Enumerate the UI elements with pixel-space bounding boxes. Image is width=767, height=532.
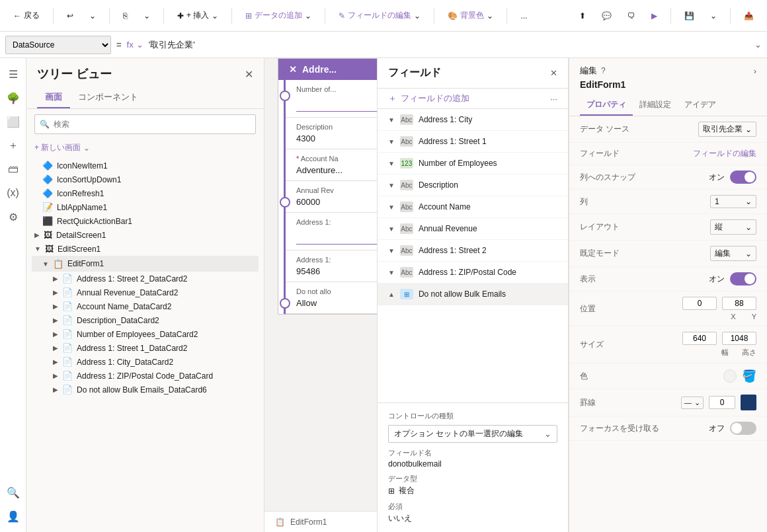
search-icon[interactable]: 🔍 [3, 482, 24, 503]
tree-item-addrCity-datacard[interactable]: ▶ 📄 Address 1: City_DataCard2 [32, 355, 259, 369]
edit-fields-button[interactable]: ✎ フィールドの編集 ⌄ [333, 7, 426, 24]
undo-button[interactable]: ↩ [61, 9, 79, 23]
chat-button[interactable]: 🗨 [622, 9, 641, 23]
tree-item-addrZip-datacard[interactable]: ▶ 📄 Address 1: ZIP/Postal Code_DataCard [32, 369, 259, 383]
layers-icon[interactable]: ⬜ [3, 111, 24, 132]
formula-expand-icon[interactable]: ⌄ [754, 40, 762, 50]
fields-edit-link[interactable]: フィールドの編集 [693, 148, 756, 159]
border-width-input[interactable] [709, 396, 735, 409]
settings-gear-icon[interactable]: ⚙ [3, 206, 24, 227]
layout-select[interactable]: 縦 ⌄ [710, 219, 756, 235]
position-y-input[interactable] [722, 297, 756, 310]
formula-input[interactable] [149, 40, 749, 50]
field-item-addr-street1[interactable]: ▼ Abc Address 1: Street 1 [378, 131, 568, 153]
tab-screens[interactable]: 画面 [37, 87, 70, 108]
tree-item-iconSortUpDown[interactable]: 🔷 IconSortUpDown1 [32, 172, 259, 186]
tree-item-accountName-datacard[interactable]: ▶ 📄 Account Name_DataCard2 [32, 299, 259, 313]
save-chevron[interactable]: ⌄ [705, 9, 722, 23]
copy-button[interactable]: ⎘ [118, 9, 133, 23]
plus-icon[interactable]: ＋ [3, 135, 24, 156]
tree-item-description-datacard[interactable]: ▶ 📄 Description_DataCard2 [32, 313, 259, 327]
tree-item-annualRev-datacard[interactable]: ▶ 📄 Annual Revenue_DataCard2 [32, 285, 259, 299]
sidebar-close-icon[interactable]: ✕ [245, 68, 253, 81]
new-screen-button[interactable]: + 新しい画面 ⌄ [34, 142, 90, 153]
field-input[interactable] [296, 96, 377, 112]
focus-toggle[interactable] [730, 422, 756, 435]
fx-button[interactable]: fx ⌄ [127, 40, 143, 50]
props-help-icon[interactable]: ? [601, 66, 606, 75]
color-label: 色 [580, 371, 718, 382]
insert-button[interactable]: ✚ + 挿入 ⌄ [172, 7, 223, 24]
field-item-annual-revenue[interactable]: ▼ Abc Annual Revenue [378, 218, 568, 240]
border-color-swatch[interactable] [741, 395, 756, 410]
control-type-select[interactable]: オプション セットの単一選択の編集 ⌄ [388, 425, 557, 443]
tree-item-lblAppName[interactable]: 📝 LblAppName1 [32, 200, 259, 214]
snap-toggle[interactable] [730, 171, 756, 184]
size-width-input[interactable] [682, 332, 717, 345]
property-selector[interactable]: DataSource [5, 36, 111, 54]
tree-item-detailScreen[interactable]: ▶ 🖼 DetailScreen1 [32, 228, 259, 242]
color-picker[interactable] [723, 369, 737, 383]
field-item-addr-city[interactable]: ▼ Abc Address 1: City [378, 109, 568, 131]
more-button[interactable]: ... [515, 9, 532, 23]
user-icon[interactable]: 👤 [3, 506, 24, 527]
bg-color-button[interactable]: 🎨 背景色 ⌄ [442, 7, 499, 24]
field-item-addr-street2[interactable]: ▼ Abc Address 1: Street 2 [378, 240, 568, 262]
field-input[interactable] [296, 229, 377, 245]
field-item-account-name[interactable]: ▼ Abc Account Name [378, 196, 568, 218]
add-data-button[interactable]: ⊞ データの追加 ⌄ [240, 7, 317, 24]
columns-select[interactable]: 1 ⌄ [710, 195, 756, 208]
height-label: 高さ [742, 348, 756, 358]
tree-item-iconNewItem[interactable]: 🔷 IconNewItem1 [32, 159, 259, 172]
tree-item-addr2-datacard[interactable]: ▶ 📄 Address 1: Street 2_DataCard2 [32, 272, 259, 285]
publish-button[interactable]: 📤 [739, 9, 759, 23]
copy-chevron[interactable]: ⌄ [138, 9, 155, 23]
data-icon[interactable]: 🗃 [3, 159, 24, 180]
field-item-do-not-bulk[interactable]: ▲ ⊞ Do not allow Bulk Emails ··· [378, 284, 568, 305]
field-item-label: Number of Employees [419, 159, 557, 168]
undo-chevron[interactable]: ⌄ [84, 9, 101, 23]
datasource-select[interactable]: 取引先企業 ⌄ [698, 122, 756, 137]
defaultmode-select[interactable]: 編集 ⌄ [710, 246, 756, 261]
save-button[interactable]: 💾 [679, 9, 700, 23]
back-button[interactable]: ← 戻る [8, 7, 45, 24]
tree-item-rectQuickAction[interactable]: ⬛ RectQuickActionBar1 [32, 214, 259, 228]
visible-toggle[interactable] [730, 272, 756, 285]
form-close-icon[interactable]: ✕ [289, 64, 297, 75]
variable-icon[interactable]: (x) [3, 182, 24, 204]
tab-components[interactable]: コンポーネント [70, 87, 146, 108]
props-header: 編集 ? › [569, 58, 767, 79]
dc-chevron-icon: ▶ [53, 303, 58, 310]
border-style-select[interactable]: — ⌄ [681, 397, 704, 409]
search-input[interactable] [34, 114, 256, 134]
tree-item-numEmployees-datacard[interactable]: ▶ 📄 Number of Employees_DataCard2 [32, 327, 259, 341]
tab-properties[interactable]: プロパティ [580, 95, 633, 116]
position-x-input[interactable] [682, 297, 717, 310]
comment-button[interactable]: 💬 [596, 9, 617, 23]
tree-item-editScreen[interactable]: ▼ 🖼 EditScreen1 [32, 242, 259, 256]
color-fill-icon[interactable]: 🪣 [742, 369, 756, 383]
tree-item-iconRefresh[interactable]: 🔷 IconRefresh1 [32, 186, 259, 200]
panel-more-icon[interactable]: ··· [550, 94, 557, 104]
datacard-icon: 📄 [62, 301, 73, 311]
share-button[interactable]: ⬆ [574, 9, 591, 23]
props-expand-icon[interactable]: › [754, 66, 756, 76]
x-label: X [731, 313, 735, 321]
tree-item-editForm[interactable]: ▼ 📋 EditForm1 ··· [32, 256, 259, 272]
tab-advanced[interactable]: 詳細設定 [633, 95, 678, 116]
tree-icon[interactable]: 🌳 [3, 87, 24, 108]
hamburger-icon[interactable]: ☰ [3, 63, 24, 85]
field-item-addr-zip[interactable]: ▼ Abc Address 1: ZIP/Postal Code [378, 262, 568, 284]
size-height-input[interactable] [722, 332, 756, 345]
tree-item-addr1-datacard[interactable]: ▶ 📄 Address 1: Street 1_DataCard2 [32, 341, 259, 355]
play-button[interactable]: ▶ [646, 9, 663, 23]
form-header: ✕ Addre... [278, 59, 377, 80]
fields-panel: フィールド ✕ ＋ フィールドの追加 ··· ▼ Abc Address 1: … [377, 58, 569, 532]
field-item-num-employees[interactable]: ▼ 123 Number of Employees [378, 153, 568, 174]
panel-close-icon[interactable]: ✕ [550, 68, 557, 78]
field-chevron-up-icon: ▲ [388, 291, 395, 298]
field-item-description[interactable]: ▼ Abc Description [378, 174, 568, 196]
tree-item-doNotAllow-datacard[interactable]: ▶ 📄 Do not allow Bulk Emails_DataCard6 [32, 383, 259, 397]
tab-ideas[interactable]: アイデア [678, 95, 723, 116]
add-field-button[interactable]: ＋ フィールドの追加 ··· [378, 89, 568, 109]
